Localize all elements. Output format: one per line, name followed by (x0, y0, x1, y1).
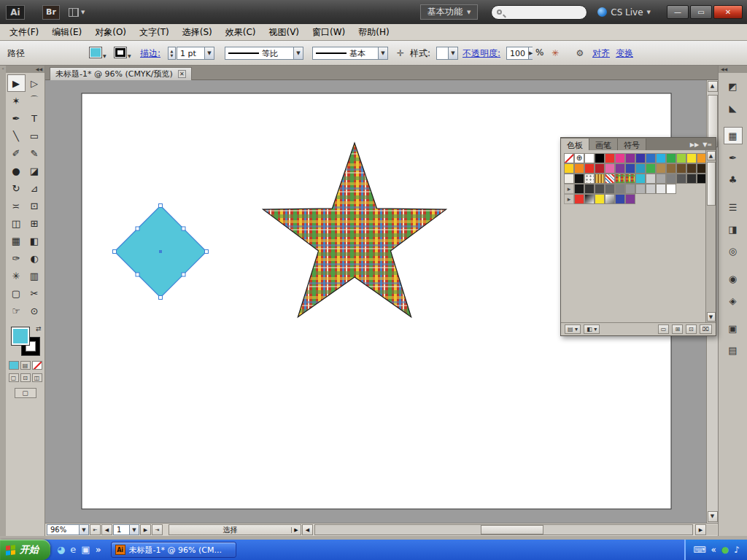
selection-handle[interactable] (182, 273, 185, 276)
zoom-tool[interactable]: ⊙ (26, 302, 44, 319)
swatch-c[interactable] (625, 194, 635, 204)
free-transform-tool[interactable]: ⊡ (26, 197, 44, 214)
color-panel-icon[interactable]: ◩ (724, 77, 743, 95)
swatch-plaid[interactable] (625, 174, 635, 184)
transparency-panel-icon[interactable]: ◎ (724, 242, 743, 260)
horizontal-scroll-thumb[interactable] (481, 525, 543, 534)
selection-handle[interactable] (159, 204, 163, 208)
previous-artboard-button[interactable]: ◀ (101, 524, 112, 535)
swatch-grad[interactable] (584, 194, 595, 204)
column-graph-tool[interactable]: ▥ (26, 267, 44, 284)
lasso-tool[interactable]: ⌒ (26, 92, 44, 109)
swatch-reg[interactable] (574, 153, 584, 163)
stroke-panel-icon[interactable]: ☰ (724, 198, 743, 216)
swatch-c[interactable] (615, 163, 625, 174)
none-mode-button[interactable] (32, 361, 42, 370)
swatch-c[interactable] (686, 163, 697, 174)
scale-tool[interactable]: ⊿ (26, 179, 44, 197)
next-artboard-button[interactable]: ▶ (140, 524, 151, 535)
fill-color-proxy[interactable] (11, 327, 30, 346)
quick-launch-desktop-icon[interactable]: ▣ (81, 540, 90, 560)
stroke-weight-stepper[interactable]: ▲▼ (168, 47, 176, 60)
artboard-tool[interactable]: ▢ (7, 284, 26, 302)
type-tool[interactable]: T (26, 109, 44, 127)
swatch-c[interactable] (676, 163, 686, 174)
rectangle-tool[interactable]: ▭ (26, 127, 44, 144)
blend-tool[interactable]: ◐ (26, 249, 44, 267)
draw-normal-button[interactable]: ▢ (9, 373, 19, 382)
brush-definition-combo[interactable]: 基本 ▼ (312, 47, 388, 60)
scroll-up-icon[interactable]: ▲ (708, 81, 718, 92)
chevron-right-icon[interactable]: ▶ (528, 47, 533, 59)
magic-wand-tool[interactable]: ✶ (7, 92, 26, 109)
tab-swatches[interactable]: 色板 (561, 139, 589, 150)
swap-fill-stroke-icon[interactable]: ⇄ (36, 325, 42, 332)
menu-item-6[interactable]: 效果(C) (219, 24, 263, 41)
panel-scrollbar[interactable]: ▲ ▼ (705, 150, 716, 322)
graphic-styles-panel-icon[interactable]: ◈ (724, 292, 743, 309)
chevron-down-icon[interactable]: ▼ (448, 47, 457, 59)
bridge-button[interactable]: Br (42, 5, 60, 20)
stroke-weight-combo[interactable]: 1 pt ▼ (177, 47, 214, 60)
swatch-c[interactable] (564, 163, 574, 174)
swatch-c[interactable] (686, 153, 697, 163)
artboards-panel-icon[interactable]: ▤ (724, 341, 743, 359)
chevron-down-icon[interactable]: ▼ (378, 47, 387, 59)
chevron-down-icon[interactable]: ▼ (204, 47, 214, 59)
layers-panel-icon[interactable]: ▣ (724, 319, 743, 337)
quick-launch-browser-icon[interactable]: ◕ (57, 540, 65, 560)
stroke-color-dropdown[interactable]: ▼ (114, 47, 131, 58)
swatch-c[interactable] (635, 153, 646, 163)
scroll-down-icon[interactable]: ▼ (708, 511, 718, 522)
swatch-dots[interactable] (584, 174, 595, 184)
scroll-down-icon[interactable]: ▼ (707, 312, 716, 322)
blob-brush-tool[interactable]: ● (7, 162, 26, 179)
screen-mode-button[interactable]: ▢ (15, 388, 36, 398)
menu-item-4[interactable]: 文字(T) (133, 24, 176, 41)
brushes-panel-icon[interactable]: ✒ (724, 149, 743, 166)
quick-launch-more-icon[interactable]: » (96, 540, 101, 560)
swatch-c[interactable] (595, 194, 605, 204)
status-tray-icon[interactable]: ● (721, 545, 729, 555)
selection-handle[interactable] (159, 296, 163, 300)
horizontal-scrollbar[interactable] (314, 524, 693, 535)
new-swatch-button[interactable]: ⊡ (686, 324, 697, 334)
hide-tray-icons-icon[interactable]: « (711, 545, 716, 555)
status-tool-indicator[interactable]: 选择 ▶ (169, 524, 301, 535)
arrange-documents-button[interactable]: ▼ (69, 8, 85, 17)
left-dock-strip[interactable]: « (0, 66, 6, 536)
tab-symbols[interactable]: 符号 (618, 139, 646, 150)
menu-item-5[interactable]: 选择(S) (176, 24, 219, 41)
artboard-number-combo[interactable]: 1 ▼ (113, 524, 139, 535)
swatch-c[interactable] (574, 163, 584, 174)
mesh-tool[interactable]: ▦ (7, 232, 26, 249)
appearance-panel-icon[interactable]: ◉ (724, 270, 743, 287)
swatch-c[interactable] (666, 153, 676, 163)
swatch-c[interactable] (615, 194, 625, 204)
gradient-tool[interactable]: ◧ (26, 232, 44, 249)
swatch-c[interactable] (595, 163, 605, 174)
panel-collapse-icon[interactable]: ▶▶ (690, 141, 699, 148)
keyboard-tray-icon[interactable]: ⌨ (693, 545, 705, 555)
swatch-c[interactable] (656, 184, 666, 194)
chevron-down-icon[interactable]: ▼ (293, 47, 303, 59)
color-mode-button[interactable] (9, 361, 19, 370)
tools-panel-collapse-icon[interactable]: ◀◀ (6, 66, 44, 73)
menu-item-8[interactable]: 窗口(W) (306, 24, 352, 41)
swatch-kinds-button[interactable]: ◧ ▾ (584, 324, 600, 334)
document-tab[interactable]: 未标题-1* @ 96% (CMYK/预览) ✕ (50, 67, 192, 80)
swatch-c[interactable] (625, 163, 635, 174)
minimize-button[interactable]: — (667, 5, 689, 19)
tab-brushes[interactable]: 画笔 (589, 139, 618, 150)
opacity-link[interactable]: 不透明度: (462, 47, 500, 60)
align-panel-link[interactable]: 对齐 (592, 47, 610, 60)
fill-color-swatch[interactable] (89, 47, 102, 58)
swatch-c[interactable] (646, 153, 656, 163)
selection-handle[interactable] (136, 273, 139, 276)
symbols-panel-icon[interactable]: ♣ (724, 171, 743, 188)
swatch-gold[interactable] (595, 174, 605, 184)
swatch-c[interactable] (646, 163, 656, 174)
draw-inside-button[interactable]: ◫ (32, 373, 42, 382)
width-profile-combo[interactable]: 等比 ▼ (225, 47, 303, 60)
swatch-grad[interactable] (605, 194, 615, 204)
